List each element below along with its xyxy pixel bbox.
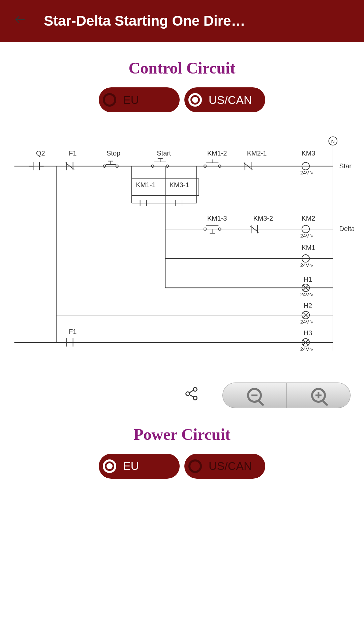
zoom-control [222,383,351,408]
control-us-label: US/CAN [209,93,252,107]
page-title: Star-Delta Starting One Dire… [44,13,245,29]
svg-text:KM2: KM2 [302,215,315,222]
zoom-in-icon [311,388,326,403]
svg-text:KM3-1: KM3-1 [170,181,189,189]
power-us-label: US/CAN [209,459,252,473]
svg-text:N: N [331,138,335,144]
control-toggle-row: EU US/CAN [0,87,364,112]
svg-text:H3: H3 [304,329,312,337]
zoom-out-button[interactable] [223,383,287,408]
svg-text:24V∿: 24V∿ [300,262,314,268]
svg-text:Star: Star [339,162,352,170]
svg-text:F1: F1 [69,328,77,335]
svg-text:KM3: KM3 [302,149,315,157]
control-eu-label: EU [123,93,139,107]
svg-text:Q2: Q2 [36,149,45,157]
svg-point-94 [193,396,197,400]
power-eu-option[interactable]: EU [99,454,180,479]
svg-text:24V∿: 24V∿ [300,170,314,175]
zoom-out-icon [247,388,262,403]
radio-on-icon [103,459,116,473]
svg-text:KM1-3: KM1-3 [207,215,227,222]
radio-off-icon [103,93,116,107]
control-heading: Control Circuit [0,59,364,77]
svg-text:H2: H2 [304,302,312,309]
svg-text:Stop: Stop [107,149,120,157]
svg-text:KM1-2: KM1-2 [207,149,227,157]
svg-text:H1: H1 [304,276,312,283]
power-eu-label: EU [123,459,139,473]
power-us-option[interactable]: US/CAN [184,454,265,479]
svg-point-93 [186,392,190,395]
svg-text:KM2-1: KM2-1 [247,149,267,157]
control-us-option[interactable]: US/CAN [184,87,265,112]
svg-text:Start: Start [157,149,171,157]
svg-text:24V∿: 24V∿ [300,233,314,238]
svg-text:F1: F1 [69,149,77,157]
power-toggle-row: EU US/CAN [0,454,364,479]
svg-text:24V∿: 24V∿ [300,346,314,352]
svg-text:KM1-1: KM1-1 [136,181,156,189]
svg-text:24V∿: 24V∿ [300,291,314,297]
svg-text:Delta: Delta [339,225,354,232]
radio-on-icon [188,93,202,107]
zoom-in-button[interactable] [287,383,351,408]
control-diagram: N Q2 F1 Stop Start KM1-2 KM2-1 KM3 24V∿ … [0,126,364,376]
radio-off-icon [188,459,202,473]
power-heading: Power Circuit [0,425,364,444]
svg-text:KM3-2: KM3-2 [253,215,273,222]
control-eu-option[interactable]: EU [99,87,180,112]
share-button[interactable] [184,386,199,404]
svg-text:KM1: KM1 [302,244,315,251]
svg-point-92 [193,387,197,391]
svg-text:24V∿: 24V∿ [300,319,314,325]
back-button[interactable] [7,8,34,33]
